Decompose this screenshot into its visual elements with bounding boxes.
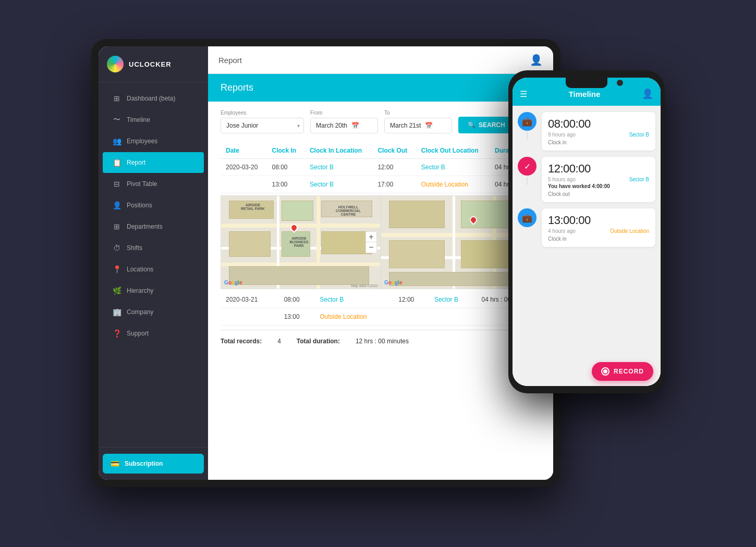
cell-clock-out	[393, 308, 429, 326]
sidebar-logo: UCLOCKER	[99, 46, 208, 82]
cell-clock-in-loc: Outside Location	[314, 308, 393, 326]
timeline-meta-2: 5 hours ago Sector B	[548, 177, 649, 182]
report-table-2: 2020-03-21 08:00 Sector B 12:00 Sector B…	[221, 291, 541, 326]
employees-icon: 👥	[112, 136, 121, 146]
sidebar-item-label: Shifts	[127, 244, 142, 252]
maps-row: AIRSIDERETAIL PARK AIRSIDEBUSINESSPARK H…	[221, 195, 541, 289]
subscription-button[interactable]: 💳 Subscription	[103, 454, 204, 474]
timeline-clock-in-icon-2: 💼	[518, 208, 536, 227]
main-header: Report 👤	[208, 46, 553, 74]
cell-date: 2020-03-20	[221, 159, 266, 176]
from-date-input[interactable]: March 20th 📅	[310, 118, 378, 133]
map-data-label: Map data ©2020	[351, 284, 378, 288]
timeline-connector-2	[527, 177, 528, 185]
zoom-out-button[interactable]: −	[366, 242, 376, 253]
employees-select[interactable]: Jose Junior	[221, 118, 304, 133]
phone-title: Timeline	[569, 90, 601, 98]
sidebar-item-company[interactable]: 🏢 Company	[103, 302, 204, 322]
support-icon: ❓	[112, 329, 121, 338]
page-title: Report	[218, 56, 242, 65]
calendar-icon: 📅	[351, 122, 359, 129]
table-row: 13:00 Outside Location	[221, 308, 541, 326]
phone-user-icon[interactable]: 👤	[642, 88, 653, 100]
reports-title: Reports	[221, 82, 253, 93]
sidebar-item-label: Hierarchy	[127, 287, 153, 294]
sidebar-item-positions[interactable]: 👤 Positions	[103, 195, 204, 216]
record-btn-wrap: RECORD	[513, 357, 661, 386]
sidebar-item-locations[interactable]: 📍 Locations	[103, 259, 204, 280]
record-inner	[603, 369, 607, 374]
timeline-icon-wrap-1: 💼	[518, 112, 536, 141]
sidebar-item-label: Support	[127, 330, 149, 337]
to-date-input[interactable]: March 21st 📅	[384, 118, 452, 133]
pivot-icon: ⊟	[112, 179, 121, 189]
phone-camera	[617, 80, 623, 86]
sidebar-item-pivot[interactable]: ⊟ Pivot Table	[103, 173, 204, 194]
col-date: Date	[221, 143, 266, 159]
cell-clock-out-loc: Sector B	[429, 291, 477, 308]
cell-clock-in: 08:00	[279, 291, 315, 308]
sidebar-item-label: Positions	[127, 202, 152, 209]
hierarchy-icon: 🌿	[112, 286, 121, 295]
record-button[interactable]: RECORD	[592, 362, 653, 381]
sidebar-item-shifts[interactable]: ⏱ Shifts	[103, 238, 204, 258]
timeline-action-2: Clock out	[548, 191, 649, 197]
main-content: Report 👤 Reports Employees	[208, 46, 553, 480]
timeline-check-icon: ✓	[518, 157, 536, 176]
search-icon: 🔍	[468, 121, 475, 129]
dashboard-icon: ⊞	[112, 94, 121, 103]
to-filter-label: To	[384, 110, 452, 116]
to-filter-group: To March 21st 📅	[384, 110, 452, 133]
app-name: UCLOCKER	[129, 60, 172, 68]
phone-screen: ☰ Timeline 👤 💼 08:00:00 9 hours ago	[513, 78, 661, 386]
timeline-location-1: Sector B	[629, 132, 649, 138]
sidebar-item-timeline[interactable]: 〜 Timeline	[103, 109, 204, 130]
timeline-ago-3: 4 hours ago	[548, 228, 576, 234]
record-label: RECORD	[614, 368, 644, 375]
phone-notch	[566, 78, 607, 88]
report-icon: 📋	[112, 158, 121, 167]
timeline-item-3: 💼 13:00:00 4 hours ago Outside Location …	[518, 208, 655, 247]
to-date-value: March 21st	[390, 122, 421, 129]
cell-clock-out: 12:00	[393, 291, 429, 308]
sidebar-item-departments[interactable]: ⊞ Departments	[103, 216, 204, 237]
cell-clock-out: 12:00	[372, 159, 416, 176]
shifts-icon: ⏱	[112, 243, 121, 253]
cell-clock-in-loc: Sector B	[304, 159, 372, 176]
locations-icon: 📍	[112, 265, 121, 274]
sidebar-item-hierarchy[interactable]: 🌿 Hierarchy	[103, 280, 204, 301]
subscription-label: Subscription	[125, 460, 163, 467]
timeline-meta-1: 9 hours ago Sector B	[548, 132, 649, 138]
sidebar-item-support[interactable]: ❓ Support	[103, 323, 204, 344]
search-label: SEARCH	[479, 121, 505, 129]
company-icon: 🏢	[112, 307, 121, 317]
search-button[interactable]: 🔍 SEARCH	[458, 117, 515, 133]
positions-icon: 👤	[112, 201, 121, 210]
sidebar-item-label: Company	[127, 308, 153, 316]
total-duration-label: Total duration:	[297, 338, 340, 345]
table-row: 13:00 Sector B 17:00 Outside Location 04…	[221, 176, 541, 193]
timeline-time-2: 12:00:00	[548, 162, 649, 176]
sidebar-item-label: Pivot Table	[127, 180, 157, 188]
totals-row: Total records: 4 Total duration: 12 hrs …	[221, 330, 541, 348]
phone-timeline: 💼 08:00:00 9 hours ago Sector B Clock in	[513, 106, 661, 357]
table-row: 2020-03-21 08:00 Sector B 12:00 Sector B…	[221, 291, 541, 308]
total-records-label: Total records:	[221, 338, 262, 345]
sidebar-item-report[interactable]: 📋 Report	[103, 152, 204, 173]
cell-clock-in: 08:00	[266, 159, 304, 176]
cell-clock-out-loc: Outside Location	[416, 176, 490, 193]
from-filter-group: From March 20th 📅	[310, 110, 378, 133]
hamburger-icon[interactable]: ☰	[520, 89, 527, 99]
timeline-location-3: Outside Location	[610, 228, 649, 234]
phone-device: ☰ Timeline 👤 💼 08:00:00 9 hours ago	[508, 70, 665, 393]
zoom-in-button[interactable]: +	[366, 232, 376, 242]
sidebar-item-label: Report	[127, 159, 145, 166]
sidebar-item-dashboard[interactable]: ⊞ Dashboard (beta)	[103, 88, 204, 109]
reports-banner: Reports	[208, 74, 553, 102]
user-icon[interactable]: 👤	[530, 54, 543, 66]
col-clock-out: Clock Out	[372, 143, 416, 159]
sidebar-item-employees[interactable]: 👥 Employees	[103, 131, 204, 152]
employees-filter-label: Employees	[221, 110, 304, 116]
timeline-connector-1	[527, 132, 528, 140]
sidebar-item-label: Locations	[127, 266, 153, 273]
